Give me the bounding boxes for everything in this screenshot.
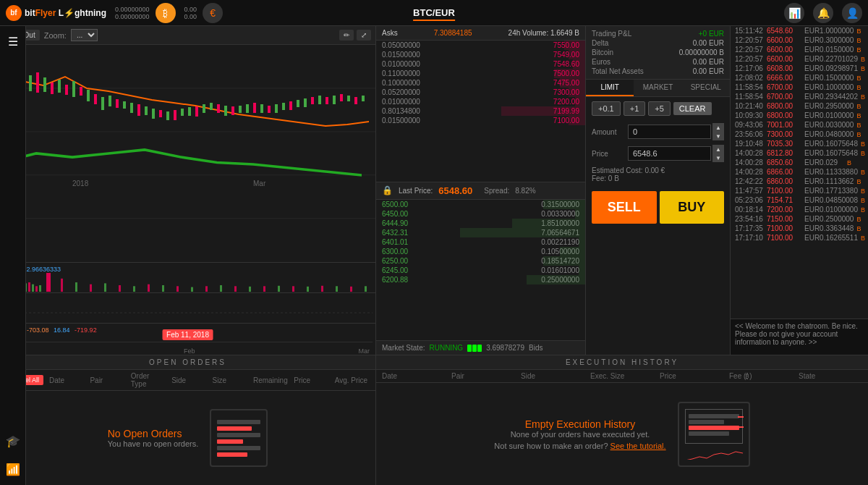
history-row: 10:21:40 6800.00 EUR0.2950000 B (731, 101, 868, 111)
ask-row[interactable]: 0.80134800 7199.99 (376, 106, 585, 116)
net-assets-label: Total Net Assets (592, 67, 644, 75)
nav-left: bf bitFlyer L⚡ghtning 0.00000000 0.00000… (6, 3, 223, 23)
empty-exec-desc: None of your orders have executed yet. (494, 430, 665, 439)
qty-1-button[interactable]: +1 (624, 101, 646, 116)
svg-rect-54 (340, 94, 343, 101)
ask-row[interactable]: 0.05000000 7550.00 (376, 41, 585, 50)
price-down[interactable]: ▼ (712, 153, 724, 162)
bid-row[interactable]: 6250.00 0.18514720 (376, 256, 585, 266)
ask-row[interactable]: 0.01000000 7548.60 (376, 59, 585, 69)
amount-down[interactable]: ▼ (712, 132, 724, 140)
bid-row[interactable]: 6200.88 0.25000000 (376, 275, 585, 284)
history-row: 12:42:22 6860.00 EUR0.1113662 B (731, 177, 868, 186)
qty-01-button[interactable]: +0.1 (592, 101, 621, 116)
col-avg-price: Avg. Price (335, 376, 370, 384)
col-side: Side (171, 376, 206, 384)
qty-5-button[interactable]: +5 (648, 101, 671, 116)
empty-exec-text: Empty Execution History None of your ord… (494, 418, 665, 450)
svg-rect-21 (101, 97, 104, 110)
svg-rect-72 (90, 284, 92, 291)
sell-button[interactable]: SELL (592, 191, 657, 224)
ask-row[interactable]: 0.01500000 7549.00 (376, 50, 585, 59)
expand-icon[interactable]: ⤢ (357, 30, 371, 41)
bitcoin-icon[interactable]: ₿ (156, 3, 176, 23)
zoom-label: Zoom: (44, 31, 67, 40)
exec-col-pair: Pair (451, 372, 515, 380)
ask-row[interactable]: 0.01000000 7200.00 (376, 97, 585, 106)
svg-rect-90 (350, 286, 352, 291)
nav-menu-icon[interactable]: ☰ (5, 32, 21, 51)
nav-wifi-icon[interactable]: 📶 (3, 460, 23, 479)
bid-row[interactable]: 6401.01 0.00221190 (376, 237, 585, 247)
svg-rect-29 (159, 110, 162, 117)
tab-special[interactable]: SPECIAL (682, 80, 730, 96)
amount-input[interactable] (628, 125, 711, 139)
history-row: 23:54:16 7150.00 EUR0.2500000 B (731, 214, 868, 224)
ob-price-top: 7.30884185 (434, 29, 472, 37)
tutorial-prompt: Not sure how to make an order? See the t… (494, 442, 665, 450)
svg-text:2018: 2018 (72, 180, 89, 187)
execution-history-panel: EXECUTION HISTORY Date Pair Side Exec. S… (376, 355, 868, 485)
logo: bf bitFlyer L⚡ghtning (6, 5, 106, 21)
amount-up[interactable]: ▲ (712, 123, 724, 132)
pencil-icon[interactable]: ✏ (339, 30, 354, 41)
mar-label: Mar (358, 347, 370, 355)
logo-text: bitFlyer L⚡ghtning (25, 8, 106, 18)
user-icon[interactable]: 👤 (842, 3, 862, 23)
history-row: 11:58:54 6700.00 EUR0.29344202 B (731, 92, 868, 101)
chart-panel: Pop Out Zoom: ... ✏ ⤢ (0, 26, 376, 355)
tutorial-link[interactable]: See the tutorial. (610, 442, 666, 450)
svg-rect-74 (119, 285, 121, 292)
price-input[interactable] (628, 146, 711, 161)
side-nav: ☰ 🎓 📶 (0, 26, 26, 485)
delta-value: 0.00 EUR (693, 39, 724, 47)
chart-icon[interactable]: 📊 (784, 3, 804, 23)
bid-row[interactable]: 6444.90 1.85100000 (376, 219, 585, 228)
open-orders-header: Cancel All Date Pair Order Type Side Siz… (0, 370, 375, 391)
svg-rect-83 (249, 286, 251, 291)
top-nav: bf bitFlyer L⚡ghtning 0.00000000 0.00000… (0, 0, 868, 26)
balance-btc-2: 0.00000000 (115, 13, 150, 20)
svg-rect-16 (65, 85, 68, 95)
ask-row[interactable]: 0.11000000 7500.00 (376, 69, 585, 78)
empty-orders-desc: You have no open orders. (108, 439, 199, 448)
tab-limit[interactable]: LIMIT (586, 80, 634, 96)
svg-rect-32 (181, 109, 184, 116)
svg-rect-86 (292, 286, 294, 292)
ask-row[interactable]: 0.10000000 7475.00 (376, 78, 585, 88)
tab-market[interactable]: MARKET (634, 80, 681, 96)
chat-message: << Welcome to the chatroom. Be nice. Ple… (735, 322, 858, 346)
empty-exec-content: Empty Execution History None of your ord… (494, 402, 749, 467)
svg-rect-85 (278, 285, 280, 291)
bid-row[interactable]: 6245.00 0.01601000 (376, 266, 585, 275)
svg-rect-27 (145, 106, 148, 115)
bid-row[interactable]: 6432.31 7.06564671 (376, 228, 585, 237)
bell-icon[interactable]: 🔔 (813, 3, 833, 23)
pnl-value: +0 EUR (699, 30, 724, 38)
ask-row[interactable]: 0.05200000 7300.00 (376, 88, 585, 97)
nav-right: 📊 🔔 👤 (784, 3, 862, 23)
history-row: 15:11:42 6548.60 EUR1.0000000 B (731, 26, 868, 35)
lock-icon: 🔒 (382, 185, 393, 195)
zoom-select[interactable]: ... (71, 29, 98, 41)
ob-title: Asks (382, 29, 398, 37)
main-chart: 15,000 10,000 5,000 0 (0, 45, 375, 262)
euro-icon[interactable]: € (203, 3, 223, 23)
bid-row[interactable]: 6500.00 0.31500000 (376, 200, 585, 209)
market-state: RUNNING (429, 344, 463, 352)
clear-button[interactable]: CLEAR (673, 102, 712, 115)
svg-rect-23 (116, 99, 119, 108)
bid-row[interactable]: 6300.00 0.10500000 (376, 247, 585, 256)
ask-row[interactable]: 0.01500000 7100.00 (376, 116, 585, 125)
price-up[interactable]: ▲ (712, 145, 724, 153)
bid-row[interactable]: 6450.00 0.00330000 (376, 209, 585, 219)
nav-chart-icon[interactable]: 🎓 (3, 431, 23, 451)
svg-rect-84 (263, 286, 265, 292)
exec-col-side: Side (521, 372, 584, 380)
svg-rect-26 (137, 104, 140, 116)
rsi-chart (3, 303, 373, 322)
balance-btc-1: 0.00000000 (115, 6, 150, 13)
svg-rect-53 (333, 96, 336, 104)
amount-stepper: ▲ ▼ (712, 123, 724, 140)
buy-button[interactable]: BUY (660, 191, 725, 224)
